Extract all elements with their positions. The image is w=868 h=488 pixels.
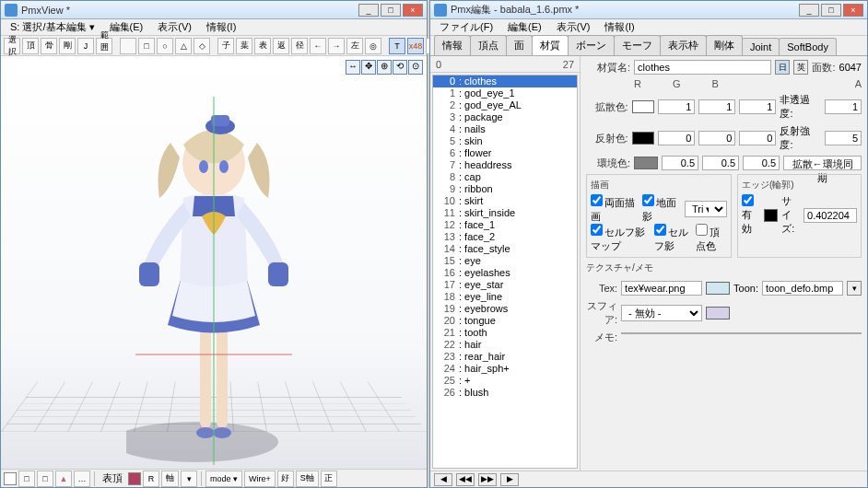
menu-select[interactable]: S: 選択/基本編集 ▾: [5, 19, 100, 35]
material-list[interactable]: 0: clothes1: god_eye_12: god_eye_AL3: pa…: [432, 75, 578, 469]
shape-circle[interactable]: ○: [157, 38, 173, 54]
tool-rigid[interactable]: 剛: [59, 38, 76, 54]
sb-box2[interactable]: □: [37, 471, 53, 487]
toon-browse[interactable]: ▾: [847, 281, 862, 296]
shape-box[interactable]: □: [138, 38, 155, 54]
menu-view[interactable]: 表示(V): [551, 19, 596, 35]
t3-3[interactable]: 返: [273, 38, 289, 54]
ambient-g[interactable]: [702, 156, 739, 170]
tool-joint[interactable]: J: [77, 38, 94, 54]
material-row[interactable]: 25: +: [433, 375, 577, 387]
tool-range[interactable]: 範囲 ▾: [96, 38, 112, 54]
tex-swatch[interactable]: [706, 282, 730, 295]
sb-ortho[interactable]: 正: [321, 471, 337, 487]
gizmo-rotate[interactable]: ⟲: [393, 60, 407, 75]
close-button[interactable]: ×: [843, 4, 863, 17]
diffuse-b[interactable]: [739, 99, 776, 114]
sb-mode[interactable]: mode ▾: [205, 471, 242, 487]
diffuse-g[interactable]: [698, 99, 735, 114]
vertex-color-check[interactable]: 頂点色: [696, 224, 727, 253]
material-row[interactable]: 24: hair_sph+: [433, 363, 577, 375]
material-row[interactable]: 20: tongue: [433, 315, 577, 327]
toon-input[interactable]: [762, 281, 843, 296]
alpha-input[interactable]: [825, 99, 862, 114]
en-toggle[interactable]: 英: [793, 60, 808, 75]
tab-SoftBody[interactable]: SoftBody: [779, 38, 837, 55]
material-row[interactable]: 15: eye: [433, 255, 577, 267]
menu-edit[interactable]: 編集(E): [104, 19, 149, 35]
viewport[interactable]: ↔ ✥ ⊕ ⟲ ⊙: [1, 56, 427, 469]
material-row[interactable]: 12: face_1: [433, 219, 577, 231]
t3-7[interactable]: 左: [346, 38, 363, 54]
self-shadow-map-check[interactable]: セルフ影マップ: [591, 224, 651, 253]
tool-select[interactable]: 選択: [4, 38, 20, 54]
material-row[interactable]: 17: eye_star: [433, 279, 577, 291]
close-button[interactable]: ×: [403, 4, 423, 17]
minimize-button[interactable]: _: [799, 4, 819, 17]
memo-textarea[interactable]: [621, 332, 862, 334]
tab-剛体[interactable]: 剛体: [706, 35, 743, 55]
tab-モーフ[interactable]: モーフ: [614, 35, 661, 55]
bg-color-swatch[interactable]: [4, 472, 17, 485]
t4-size[interactable]: x48: [407, 38, 424, 54]
t3-2[interactable]: 表: [254, 38, 271, 54]
diffuse-r[interactable]: [658, 99, 695, 114]
material-row[interactable]: 13: face_2: [433, 231, 577, 243]
t3-1[interactable]: 葉: [236, 38, 252, 54]
material-row[interactable]: 9: ribbon: [433, 183, 577, 195]
shape-dot[interactable]: [120, 38, 136, 54]
double-sided-check[interactable]: 両面描画: [591, 194, 639, 224]
sphere-swatch[interactable]: [706, 307, 730, 320]
sb-tri[interactable]: ▲: [55, 471, 72, 487]
t3-4[interactable]: 径: [291, 38, 308, 54]
tab-Joint[interactable]: Joint: [742, 38, 780, 55]
tex-input[interactable]: [621, 281, 702, 296]
material-row[interactable]: 19: eyebrows: [433, 303, 577, 315]
sb-axis-dd[interactable]: ▾: [181, 471, 197, 487]
material-row[interactable]: 23: rear_hair: [433, 351, 577, 363]
material-row[interactable]: 3: package: [433, 111, 577, 123]
material-row[interactable]: 16: eyelashes: [433, 267, 577, 279]
nav-last[interactable]: ▶: [500, 473, 519, 486]
sphere-mode-select[interactable]: - 無効 -: [621, 305, 702, 321]
reflect-r[interactable]: [658, 131, 695, 145]
sync-ambient-button[interactable]: 拡散←環境同期: [783, 156, 862, 170]
material-row[interactable]: 10: skirt: [433, 195, 577, 207]
minimize-button[interactable]: _: [358, 4, 379, 17]
tri-select[interactable]: Tri ▾: [685, 201, 727, 217]
sb-wire[interactable]: Wire+: [244, 471, 276, 487]
t3-5[interactable]: ←: [310, 38, 326, 54]
t3-6[interactable]: →: [328, 38, 345, 54]
tab-表示枠[interactable]: 表示枠: [660, 35, 707, 55]
tab-情報[interactable]: 情報: [434, 35, 471, 55]
sb-fav[interactable]: 好: [277, 471, 294, 487]
reflect-g[interactable]: [698, 131, 735, 145]
material-row[interactable]: 18: eye_line: [433, 291, 577, 303]
material-row[interactable]: 14: face_style: [433, 243, 577, 255]
material-row[interactable]: 1: god_eye_1: [433, 87, 577, 99]
nav-next[interactable]: ▶▶: [478, 473, 497, 486]
ambient-b[interactable]: [743, 156, 780, 170]
sb-r[interactable]: R: [143, 471, 159, 487]
material-row[interactable]: 22: hair: [433, 339, 577, 351]
reflect-b[interactable]: [739, 131, 776, 145]
sb-more[interactable]: …: [74, 471, 90, 487]
material-row[interactable]: 7: headdress: [433, 159, 577, 171]
shape-diamond[interactable]: ◇: [194, 38, 210, 54]
material-name-input[interactable]: [634, 60, 771, 75]
maximize-button[interactable]: □: [381, 4, 401, 17]
menu-view[interactable]: 表示(V): [152, 19, 197, 35]
reflect-swatch[interactable]: [632, 132, 655, 145]
material-row[interactable]: 8: cap: [433, 171, 577, 183]
diffuse-swatch[interactable]: [632, 100, 655, 113]
ambient-swatch[interactable]: [634, 157, 658, 169]
edge-enable-check[interactable]: 有効: [742, 194, 760, 236]
material-row[interactable]: 26: blush: [433, 387, 577, 399]
sb-axis[interactable]: 軸: [161, 471, 179, 487]
t4-t[interactable]: T: [389, 38, 405, 54]
tab-頂点[interactable]: 頂点: [470, 35, 507, 55]
tab-ボーン[interactable]: ボーン: [568, 35, 615, 55]
menu-file[interactable]: ファイル(F): [434, 19, 499, 35]
material-row[interactable]: 4: nails: [433, 123, 577, 135]
material-row[interactable]: 6: flower: [433, 147, 577, 159]
